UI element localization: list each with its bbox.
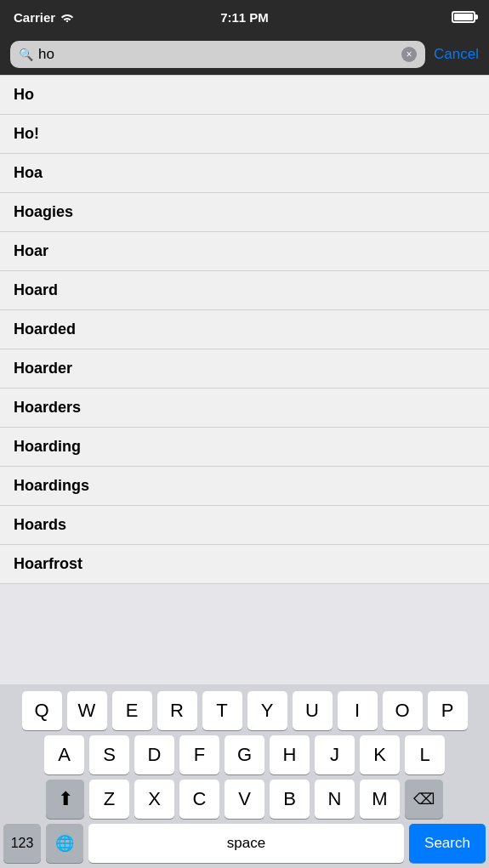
key-a[interactable]: A (44, 735, 84, 774)
key-123[interactable]: 123 (3, 824, 41, 863)
key-r[interactable]: R (157, 691, 197, 730)
carrier-info: Carrier (14, 10, 74, 25)
key-j[interactable]: J (315, 735, 355, 774)
list-item[interactable]: Hoard (0, 271, 489, 310)
list-item[interactable]: Hoarded (0, 310, 489, 349)
list-item[interactable]: Hoardings (0, 467, 489, 506)
status-bar: Carrier 7:11 PM (0, 0, 489, 34)
key-d[interactable]: D (134, 735, 174, 774)
key-z[interactable]: Z (89, 780, 129, 819)
keyboard-row-2: ASDFGHJKL (3, 735, 486, 774)
results-list: HoHo!HoaHoagiesHoarHoardHoardedHoarderHo… (0, 75, 489, 684)
list-item[interactable]: Ho! (0, 115, 489, 154)
key-m[interactable]: M (360, 780, 400, 819)
battery-icon (452, 11, 475, 23)
battery-area (452, 11, 475, 23)
list-item[interactable]: Hoagies (0, 193, 489, 232)
svg-point-0 (66, 20, 68, 21)
keyboard-row-3: ⬆ZXCVBNM⌫ (3, 780, 486, 819)
list-item[interactable]: Hoarding (0, 428, 489, 467)
list-item[interactable]: Hoa (0, 154, 489, 193)
key-f[interactable]: F (179, 735, 219, 774)
key-delete[interactable]: ⌫ (405, 780, 443, 819)
keyboard: QWERTYUIOP ASDFGHJKL ⬆ZXCVBNM⌫ 123 🌐 spa… (0, 684, 489, 868)
list-item[interactable]: Hoards (0, 506, 489, 545)
status-time: 7:11 PM (220, 10, 269, 25)
key-v[interactable]: V (225, 780, 264, 819)
key-w[interactable]: W (67, 691, 107, 730)
key-s[interactable]: S (89, 735, 129, 774)
key-x[interactable]: X (134, 780, 174, 819)
key-h[interactable]: H (270, 735, 310, 774)
key-e[interactable]: E (112, 691, 152, 730)
search-input[interactable] (38, 46, 396, 63)
key-q[interactable]: Q (22, 691, 62, 730)
battery-fill (454, 14, 473, 20)
key-g[interactable]: G (225, 735, 264, 774)
key-n[interactable]: N (315, 780, 355, 819)
list-item[interactable]: Hoarder (0, 349, 489, 389)
key-y[interactable]: Y (247, 691, 287, 730)
list-item[interactable]: Ho (0, 75, 489, 115)
clear-icon: × (407, 48, 412, 60)
list-item[interactable]: Hoarders (0, 389, 489, 428)
keyboard-row-bottom: 123 🌐 space Search (3, 824, 486, 863)
key-i[interactable]: I (338, 691, 378, 730)
key-search[interactable]: Search (409, 824, 486, 863)
key-u[interactable]: U (293, 691, 333, 730)
wifi-icon (60, 10, 74, 25)
search-bar: 🔍 × Cancel (0, 34, 489, 75)
list-item[interactable]: Hoarfrost (0, 545, 489, 584)
keyboard-row-1: QWERTYUIOP (3, 691, 486, 730)
key-t[interactable]: T (202, 691, 242, 730)
carrier-label: Carrier (14, 10, 55, 25)
search-input-wrapper: 🔍 × (10, 41, 425, 68)
key-space[interactable]: space (88, 824, 404, 863)
list-item[interactable]: Hoar (0, 232, 489, 271)
cancel-button[interactable]: Cancel (434, 46, 479, 63)
key-globe[interactable]: 🌐 (46, 824, 83, 863)
clear-button[interactable]: × (401, 47, 417, 62)
key-c[interactable]: C (179, 780, 219, 819)
key-p[interactable]: P (428, 691, 468, 730)
key-shift[interactable]: ⬆ (46, 780, 84, 819)
key-l[interactable]: L (405, 735, 445, 774)
key-o[interactable]: O (383, 691, 423, 730)
search-icon: 🔍 (19, 48, 33, 61)
key-k[interactable]: K (360, 735, 400, 774)
key-b[interactable]: B (270, 780, 310, 819)
